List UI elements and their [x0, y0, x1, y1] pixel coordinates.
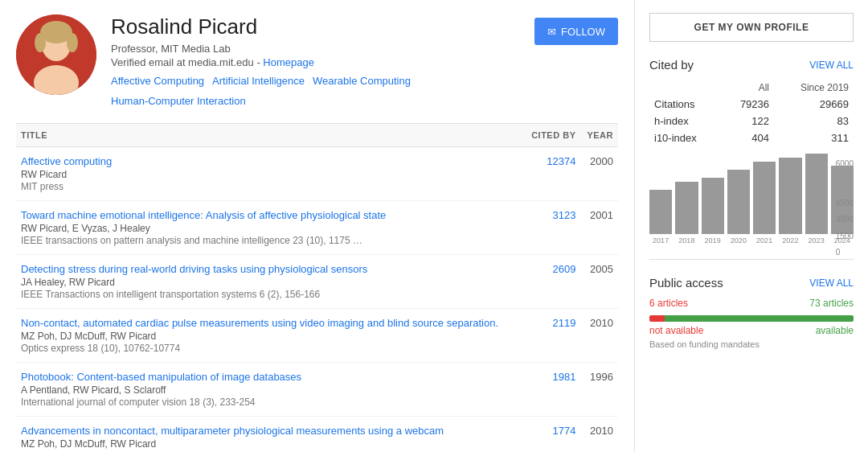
citations-since-1: 83 — [774, 113, 854, 129]
paper-title-3[interactable]: Non-contact, automated cardiac pulse mea… — [21, 317, 519, 329]
citations-table: All Since 2019 Citations 79236 29669 h-i… — [649, 80, 854, 146]
profile-tag-human-computer-interaction[interactable]: Human-Computer Interaction — [111, 95, 246, 107]
chart-bar-2019 — [702, 178, 724, 234]
paper-year-2: 2005 — [580, 255, 618, 309]
profile-tag-artificial-intelligence[interactable]: Artificial Intelligence — [212, 75, 305, 87]
profile-tag-wearable-computing[interactable]: Wearable Computing — [313, 75, 411, 87]
avatar — [16, 14, 96, 95]
citations-label-0: Citations — [649, 96, 721, 113]
available-text: available — [816, 325, 854, 336]
paper-title-0[interactable]: Affective computing — [21, 155, 519, 167]
citations-all-0: 79236 — [721, 96, 774, 113]
citations-col-since: Since 2019 — [774, 80, 854, 96]
paper-title-2[interactable]: Detecting stress during real-world drivi… — [21, 263, 519, 275]
chart-bar-wrap-2018: 2018 — [675, 182, 698, 244]
citations-all-2: 404 — [721, 129, 774, 146]
access-bar-red — [649, 315, 665, 322]
citations-since-0: 29669 — [774, 96, 854, 113]
access-bar-green — [665, 315, 854, 322]
paper-journal-4: International journal of computer vision… — [21, 397, 519, 408]
paper-journal-3: Optics express 18 (10), 10762-10774 — [21, 343, 519, 354]
chart-bar-wrap-2021: 2021 — [753, 162, 776, 244]
paper-authors-5: MZ Poh, DJ McDuff, RW Picard — [21, 438, 519, 450]
paper-authors-0: RW Picard — [21, 169, 519, 180]
available-count: 73 articles — [809, 298, 854, 309]
paper-year-5: 2010 — [580, 417, 618, 453]
public-access-title: Public access — [649, 276, 723, 290]
paper-cited-4[interactable]: 1981 — [524, 363, 580, 417]
svg-point-4 — [35, 33, 46, 52]
profile-tag-affective-computing[interactable]: Affective Computing — [111, 75, 204, 87]
paper-cited-2[interactable]: 2609 — [524, 255, 580, 309]
not-available-count: 6 articles — [649, 298, 688, 309]
chart-bar-2023 — [805, 154, 828, 234]
citations-label-2: i10-index — [649, 129, 721, 146]
profile-info: Rosalind Picard Professor, MIT Media Lab… — [111, 14, 520, 107]
paper-title-4[interactable]: Photobook: Content-based manipulation of… — [21, 371, 519, 383]
cited-by-view-all[interactable]: VIEW ALL — [809, 60, 854, 71]
citations-col-all: All — [721, 80, 774, 96]
paper-year-4: 1996 — [580, 363, 618, 417]
citations-since-2: 311 — [774, 129, 854, 146]
chart-x-label-2022: 2022 — [782, 236, 798, 244]
citations-col-label — [649, 80, 721, 96]
table-row: Advancements in noncontact, multiparamet… — [16, 417, 618, 453]
profile-header: Rosalind Picard Professor, MIT Media Lab… — [16, 14, 618, 107]
left-panel: Rosalind Picard Professor, MIT Media Lab… — [0, 0, 635, 452]
public-access-header: Public access VIEW ALL — [649, 276, 854, 290]
chart-bar-wrap-2024: 2024 — [831, 166, 854, 244]
table-row: Photobook: Content-based manipulation of… — [16, 363, 618, 417]
chart-x-label-2017: 2017 — [653, 236, 669, 244]
profile-tags: Affective ComputingArtificial Intelligen… — [111, 75, 520, 107]
homepage-link[interactable]: Homepage — [263, 56, 314, 68]
chart-bar-2017 — [649, 190, 672, 234]
get-profile-button[interactable]: GET MY OWN PROFILE — [649, 13, 854, 42]
chart-bar-2020 — [727, 170, 750, 234]
paper-cited-1[interactable]: 3123 — [524, 201, 580, 255]
table-row: Affective computing RW Picard MIT press … — [16, 147, 618, 201]
paper-authors-2: JA Healey, RW Picard — [21, 277, 519, 288]
follow-label: FOLLOW — [561, 26, 605, 38]
col-year-header: YEAR — [580, 124, 618, 147]
paper-authors-3: MZ Poh, DJ McDuff, RW Picard — [21, 331, 519, 342]
paper-year-0: 2000 — [580, 147, 618, 201]
paper-cited-3[interactable]: 2119 — [524, 309, 580, 363]
paper-cited-0[interactable]: 12374 — [524, 147, 580, 201]
chart-bar-wrap-2019: 2019 — [702, 178, 724, 244]
chart-bar-2018 — [675, 182, 698, 234]
chart-x-label-2023: 2023 — [809, 236, 825, 244]
profile-title: Professor, MIT Media Lab — [111, 43, 520, 55]
chart-bar-wrap-2023: 2023 — [805, 154, 828, 244]
citations-all-1: 122 — [721, 113, 774, 129]
not-available-text: not available — [649, 325, 703, 336]
chart-x-label-2020: 2020 — [731, 236, 747, 244]
table-row: Toward machine emotional intelligence: A… — [16, 201, 618, 255]
paper-title-1[interactable]: Toward machine emotional intelligence: A… — [21, 209, 519, 221]
access-article-counts: 6 articles 73 articles — [649, 298, 854, 309]
paper-year-1: 2001 — [580, 201, 618, 255]
citations-row: i10-index 404 311 — [649, 129, 854, 146]
paper-title-5[interactable]: Advancements in noncontact, multiparamet… — [21, 425, 519, 437]
col-title-header: TITLE — [16, 124, 524, 147]
citations-label-1: h-index — [649, 113, 721, 129]
paper-year-3: 2010 — [580, 309, 618, 363]
paper-journal-2: IEEE Transactions on intelligent transpo… — [21, 289, 519, 300]
table-row: Detecting stress during real-world drivi… — [16, 255, 618, 309]
right-panel: GET MY OWN PROFILE Cited by VIEW ALL All… — [635, 0, 868, 452]
cited-by-title: Cited by — [649, 58, 694, 72]
access-footnote: Based on funding mandates — [649, 339, 854, 349]
chart-bar-2022 — [779, 158, 801, 234]
chart-bar-wrap-2022: 2022 — [779, 158, 801, 244]
access-bar-wrap — [649, 315, 854, 322]
follow-icon: ✉ — [547, 26, 556, 38]
public-access-view-all[interactable]: VIEW ALL — [809, 277, 854, 289]
paper-journal-1: IEEE transactions on pattern analysis an… — [21, 235, 519, 246]
paper-cited-5[interactable]: 1774 — [524, 417, 580, 453]
table-row: Non-contact, automated cardiac pulse mea… — [16, 309, 618, 363]
svg-point-5 — [67, 33, 78, 52]
paper-journal-0: MIT press — [21, 181, 519, 192]
email-verified-text: Verified email at media.mit.edu — [111, 56, 254, 68]
chart-bars: 20172018201920202021202220232024 — [649, 179, 854, 260]
public-access-section: Public access VIEW ALL 6 articles 73 art… — [649, 276, 854, 349]
follow-button[interactable]: ✉ FOLLOW — [534, 18, 618, 45]
